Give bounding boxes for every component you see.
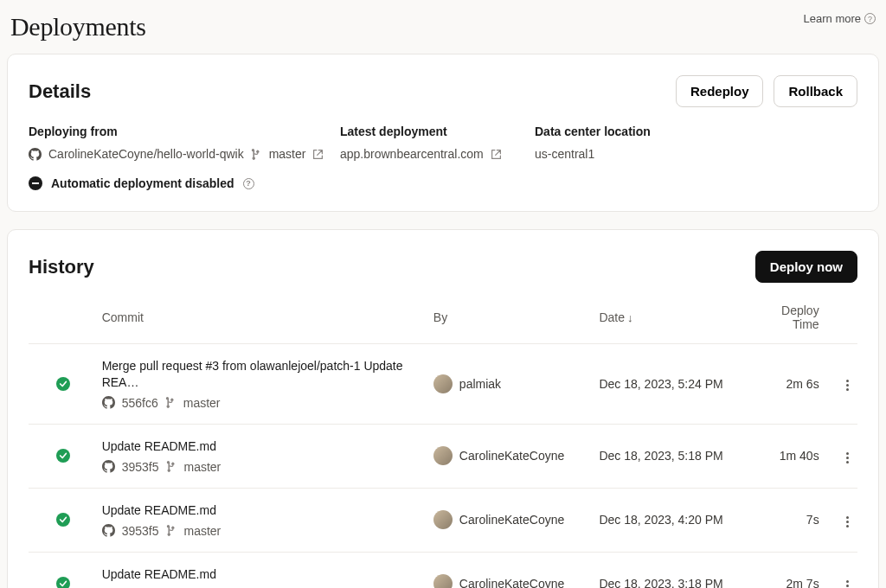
row-actions-menu[interactable]: [841, 575, 854, 589]
disabled-status-icon: [29, 176, 42, 190]
latest-deployment-url: app.brownbearcentral.com: [340, 147, 484, 161]
avatar: [433, 574, 453, 588]
branch-icon: [165, 397, 177, 408]
commit-message: Update README.md: [102, 502, 427, 519]
github-icon: [102, 524, 115, 537]
deploy-duration: 1m 40s: [753, 424, 823, 488]
commit-branch: master: [183, 396, 221, 410]
author-name: CarolineKateCoyne: [459, 513, 564, 527]
commit-message: Update README.md: [102, 438, 427, 455]
latest-deployment-label: Latest deployment: [340, 125, 535, 138]
row-actions-menu[interactable]: [841, 374, 854, 396]
deploying-from-label: Deploying from: [29, 125, 340, 138]
author-name: CarolineKateCoyne: [459, 449, 564, 463]
branch-name: master: [269, 147, 306, 161]
success-status-icon: [56, 513, 70, 527]
col-by[interactable]: By: [430, 295, 596, 344]
col-deploy-time[interactable]: Deploy Time: [753, 295, 823, 344]
deploy-duration: 7s: [753, 488, 823, 552]
deploy-now-button[interactable]: Deploy now: [755, 251, 857, 283]
github-icon: [29, 148, 42, 161]
redeploy-button[interactable]: Redeploy: [676, 75, 764, 107]
details-title: Details: [29, 80, 91, 103]
github-icon: [102, 460, 115, 473]
repo-link[interactable]: CarolineKateCoyne/hello-world-qwik: [29, 147, 244, 161]
learn-more-link[interactable]: Learn more ?: [804, 12, 876, 25]
success-status-icon: [56, 577, 70, 588]
branch-icon: [251, 149, 262, 160]
commit-hash: 556fc6: [122, 396, 158, 410]
commit-branch: master: [184, 460, 222, 474]
history-card: History Deploy now Commit By Date↓ Deplo…: [7, 229, 879, 588]
commit-message: Merge pull request #3 from olawanlejoel/…: [102, 358, 427, 391]
history-table: Commit By Date↓ Deploy Time Merge pull r…: [29, 295, 857, 588]
external-link-icon: [491, 149, 502, 160]
branch-icon: [166, 525, 177, 536]
avatar: [433, 510, 453, 529]
deploy-date: Dec 18, 2023, 5:18 PM: [595, 424, 753, 488]
col-commit[interactable]: Commit: [99, 295, 430, 344]
author-name: CarolineKateCoyne: [459, 577, 564, 588]
table-row[interactable]: Update README.md 3953f5 master CarolineK…: [29, 424, 857, 488]
commit-branch: master: [184, 524, 222, 538]
avatar: [433, 374, 453, 393]
github-icon: [102, 396, 115, 409]
commit-message: Update README.md: [102, 566, 427, 583]
commit-hash: 3953f5: [122, 524, 159, 538]
details-card: Details Redeploy Rollback Deploying from…: [7, 54, 879, 212]
sort-descending-icon: ↓: [627, 311, 633, 324]
success-status-icon: [56, 449, 70, 463]
branch-icon: [166, 461, 177, 472]
external-link-icon[interactable]: [312, 149, 324, 160]
deploy-date: Dec 18, 2023, 3:18 PM: [595, 552, 753, 588]
success-status-icon: [56, 377, 70, 391]
row-actions-menu[interactable]: [841, 511, 854, 533]
rollback-button[interactable]: Rollback: [774, 75, 857, 107]
auto-deploy-text: Automatic deployment disabled: [51, 176, 234, 190]
deploy-date: Dec 18, 2023, 5:24 PM: [595, 344, 753, 425]
row-actions-menu[interactable]: [841, 447, 854, 469]
deploy-date: Dec 18, 2023, 4:20 PM: [595, 488, 753, 552]
deploy-duration: 2m 7s: [753, 552, 823, 588]
col-date[interactable]: Date↓: [595, 295, 753, 344]
help-icon: ?: [864, 13, 876, 24]
commit-hash: 3953f5: [122, 460, 159, 474]
latest-deployment-link[interactable]: app.brownbearcentral.com: [340, 147, 502, 161]
help-icon[interactable]: ?: [243, 178, 254, 189]
repo-name: CarolineKateCoyne/hello-world-qwik: [48, 147, 244, 161]
table-row[interactable]: Update README.md 3953f5 master CarolineK…: [29, 488, 857, 552]
page-title: Deployments: [10, 12, 146, 42]
data-center-value: us-central1: [535, 147, 594, 161]
table-row[interactable]: Update README.md 3953f5 master CarolineK…: [29, 552, 857, 588]
data-center-label: Data center location: [535, 125, 857, 138]
deploy-duration: 2m 6s: [753, 344, 823, 425]
avatar: [433, 446, 453, 465]
history-title: History: [29, 256, 94, 278]
table-row[interactable]: Merge pull request #3 from olawanlejoel/…: [29, 344, 857, 425]
learn-more-label: Learn more: [804, 12, 861, 25]
author-name: palmiak: [459, 377, 501, 391]
